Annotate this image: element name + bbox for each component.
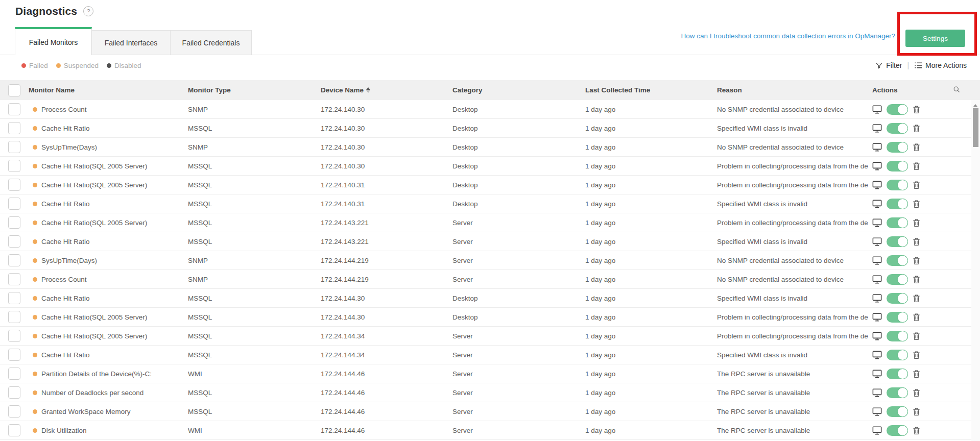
row-checkbox[interactable] [8, 254, 20, 266]
device-monitor-icon[interactable] [872, 388, 882, 397]
device-monitor-icon[interactable] [872, 313, 882, 322]
enable-toggle[interactable] [887, 180, 908, 190]
device-monitor-icon[interactable] [872, 181, 882, 189]
delete-icon[interactable] [913, 143, 920, 152]
device-monitor-icon[interactable] [872, 200, 882, 208]
delete-icon[interactable] [913, 313, 920, 322]
enable-toggle[interactable] [887, 255, 908, 266]
delete-icon[interactable] [913, 388, 920, 397]
delete-icon[interactable] [913, 275, 920, 284]
troubleshoot-help-link[interactable]: How can I troubleshoot common data colle… [681, 32, 895, 40]
enable-toggle[interactable] [887, 406, 908, 417]
column-header-last-collected-time[interactable]: Last Collected Time [581, 86, 713, 94]
device-monitor-icon[interactable] [872, 275, 882, 284]
delete-icon[interactable] [913, 105, 920, 114]
delete-icon[interactable] [913, 407, 920, 416]
delete-icon[interactable] [913, 200, 920, 208]
row-checkbox[interactable] [8, 160, 20, 172]
delete-icon[interactable] [913, 237, 920, 246]
category: Server [448, 219, 581, 227]
row-checkbox[interactable] [8, 273, 20, 285]
row-checkbox[interactable] [8, 311, 20, 323]
column-header-category[interactable]: Category [448, 86, 581, 94]
enable-toggle[interactable] [887, 142, 908, 153]
row-checkbox[interactable] [8, 292, 20, 304]
device-monitor-icon[interactable] [872, 332, 882, 340]
delete-icon[interactable] [913, 124, 920, 133]
delete-icon[interactable] [913, 162, 920, 170]
enable-toggle[interactable] [887, 274, 908, 285]
help-icon[interactable]: ? [83, 6, 93, 16]
tab-failed-interfaces[interactable]: Failed Interfaces [92, 30, 171, 55]
enable-toggle[interactable] [887, 161, 908, 172]
row-checkbox[interactable] [8, 141, 20, 153]
device-monitor-icon[interactable] [872, 256, 882, 265]
delete-icon[interactable] [913, 256, 920, 265]
device-monitor-icon[interactable] [872, 370, 882, 378]
delete-icon[interactable] [913, 181, 920, 189]
select-all-checkbox[interactable] [8, 84, 20, 96]
device-name: 172.24.143.221 [317, 238, 448, 246]
device-monitor-icon[interactable] [872, 426, 882, 435]
delete-icon[interactable] [913, 426, 920, 435]
enable-toggle[interactable] [887, 217, 908, 228]
enable-toggle[interactable] [887, 387, 908, 398]
device-name: 172.24.144.219 [317, 257, 448, 264]
device-monitor-icon[interactable] [872, 124, 882, 133]
tab-failed-credentials[interactable]: Failed Credentials [171, 30, 252, 55]
enable-toggle[interactable] [887, 123, 908, 134]
row-checkbox[interactable] [8, 122, 20, 134]
row-checkbox[interactable] [8, 330, 20, 342]
last-collected-time: 1 day ago [581, 219, 713, 227]
table-row: Number of Deadlocks per secondMSSQL172.2… [0, 383, 980, 402]
tab-failed-monitors[interactable]: Failed Monitors [15, 27, 92, 55]
delete-icon[interactable] [913, 332, 920, 340]
device-monitor-icon[interactable] [872, 218, 882, 227]
device-monitor-icon[interactable] [872, 162, 882, 170]
row-checkbox[interactable] [8, 216, 20, 229]
delete-icon[interactable] [913, 351, 920, 359]
row-checkbox[interactable] [8, 368, 20, 380]
filter-funnel-icon [875, 62, 883, 69]
settings-button[interactable]: Settings [905, 30, 965, 47]
device-monitor-icon[interactable] [872, 351, 882, 359]
row-checkbox[interactable] [8, 103, 20, 115]
delete-icon[interactable] [913, 294, 920, 303]
enable-toggle[interactable] [887, 369, 908, 379]
enable-toggle[interactable] [887, 293, 908, 304]
last-collected-time: 1 day ago [581, 181, 713, 189]
enable-toggle[interactable] [887, 104, 908, 115]
enable-toggle[interactable] [887, 312, 908, 323]
row-checkbox[interactable] [8, 198, 20, 210]
scrollbar-thumb[interactable] [973, 108, 978, 147]
enable-toggle[interactable] [887, 331, 908, 341]
row-checkbox[interactable] [8, 235, 20, 248]
row-checkbox[interactable] [8, 405, 20, 418]
scroll-up-icon[interactable] [973, 104, 977, 107]
column-header-reason[interactable]: Reason [713, 86, 868, 94]
search-icon[interactable] [953, 86, 961, 95]
enable-toggle[interactable] [887, 425, 908, 436]
more-actions-button[interactable]: More Actions [914, 61, 967, 69]
enable-toggle[interactable] [887, 199, 908, 209]
monitor-type: SNMP [184, 257, 317, 264]
device-monitor-icon[interactable] [872, 105, 882, 114]
delete-icon[interactable] [913, 370, 920, 378]
row-checkbox[interactable] [8, 424, 20, 436]
row-checkbox[interactable] [8, 349, 20, 361]
filter-button[interactable]: Filter [875, 61, 902, 69]
device-monitor-icon[interactable] [872, 294, 882, 303]
delete-icon[interactable] [913, 218, 920, 227]
column-header-device-name[interactable]: Device Name [317, 86, 448, 94]
row-checkbox[interactable] [8, 179, 20, 191]
device-monitor-icon[interactable] [872, 407, 882, 416]
category: Server [448, 238, 581, 246]
device-monitor-icon[interactable] [872, 143, 882, 152]
device-monitor-icon[interactable] [872, 237, 882, 246]
row-checkbox[interactable] [8, 386, 20, 399]
enable-toggle[interactable] [887, 350, 908, 360]
column-header-monitor-type[interactable]: Monitor Type [184, 86, 317, 94]
scrollbar[interactable] [971, 100, 980, 441]
column-header-monitor-name[interactable]: Monitor Name [25, 86, 184, 94]
enable-toggle[interactable] [887, 236, 908, 247]
